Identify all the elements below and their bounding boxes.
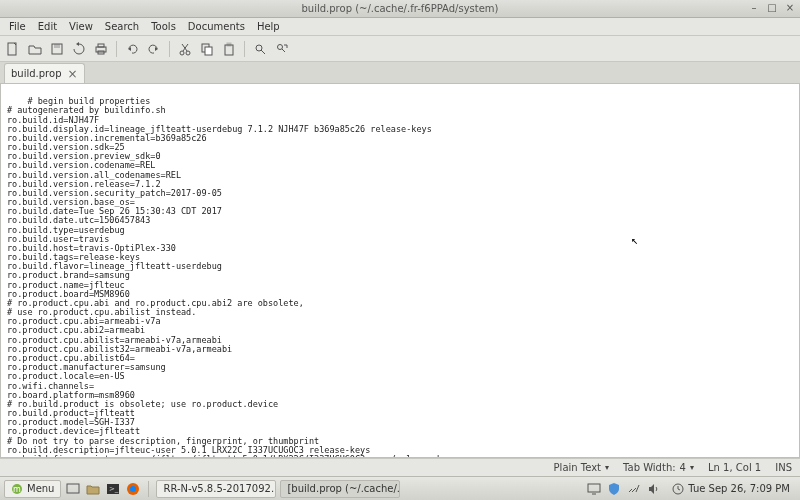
svg-rect-2: [54, 44, 60, 48]
svg-point-6: [180, 51, 184, 55]
copy-icon[interactable]: [198, 40, 216, 58]
task-buildprop[interactable]: [build.prop (~/.cache/.f...: [280, 480, 400, 498]
menu-help[interactable]: Help: [252, 20, 285, 33]
start-menu-button[interactable]: m Menu: [4, 480, 61, 498]
firefox-icon[interactable]: [125, 481, 141, 497]
menu-view[interactable]: View: [64, 20, 98, 33]
minimize-button[interactable]: –: [748, 2, 760, 14]
toolbar-separator: [116, 41, 117, 57]
tab-label: build.prop: [11, 68, 61, 79]
svg-rect-11: [227, 43, 231, 46]
save-icon[interactable]: [48, 40, 66, 58]
menubar: File Edit View Search Tools Documents He…: [0, 18, 800, 36]
editor-area[interactable]: # begin build properties # autogenerated…: [0, 84, 800, 458]
clock[interactable]: Tue Sep 26, 7:09 PM: [666, 483, 796, 495]
task-rr[interactable]: RR-N-v5.8.5-2017092...: [156, 480, 276, 498]
svg-point-20: [130, 486, 136, 492]
redo-icon[interactable]: [145, 40, 163, 58]
menu-edit[interactable]: Edit: [33, 20, 62, 33]
paste-icon[interactable]: [220, 40, 238, 58]
replace-icon[interactable]: [273, 40, 291, 58]
maximize-button[interactable]: □: [766, 2, 778, 14]
svg-text:>_: >_: [109, 485, 119, 493]
tab-buildprop[interactable]: build.prop ×: [4, 63, 85, 83]
mouse-cursor-icon: ↖: [631, 234, 638, 247]
open-icon[interactable]: [26, 40, 44, 58]
status-insert-mode[interactable]: INS: [775, 462, 792, 473]
status-position: Ln 1, Col 1: [708, 462, 761, 473]
svg-point-7: [186, 51, 190, 55]
terminal-icon[interactable]: >_: [105, 481, 121, 497]
svg-rect-4: [98, 44, 104, 47]
toolbar-separator: [244, 41, 245, 57]
toolbar-separator: [169, 41, 170, 57]
svg-rect-0: [8, 43, 16, 55]
menu-search[interactable]: Search: [100, 20, 144, 33]
network-icon[interactable]: [626, 481, 642, 497]
volume-icon[interactable]: [646, 481, 662, 497]
tabbar: build.prop ×: [0, 62, 800, 84]
taskbar-separator: [148, 481, 149, 497]
cut-icon[interactable]: [176, 40, 194, 58]
svg-rect-21: [588, 484, 600, 492]
updates-shield-icon[interactable]: [606, 481, 622, 497]
taskbar: m Menu >_ RR-N-v5.8.5-2017092... [build.…: [0, 476, 800, 500]
clock-icon: [672, 483, 684, 495]
menu-documents[interactable]: Documents: [183, 20, 250, 33]
mint-logo-icon: m: [11, 483, 23, 495]
show-desktop-icon[interactable]: [65, 481, 81, 497]
close-button[interactable]: ×: [784, 2, 796, 14]
print-icon[interactable]: [92, 40, 110, 58]
menu-tools[interactable]: Tools: [146, 20, 181, 33]
status-language[interactable]: Plain Text▾: [554, 462, 609, 473]
find-icon[interactable]: [251, 40, 269, 58]
editor-text: # begin build properties # autogenerated…: [7, 96, 457, 458]
revert-icon[interactable]: [70, 40, 88, 58]
files-icon[interactable]: [85, 481, 101, 497]
tab-close-icon[interactable]: ×: [67, 68, 77, 80]
statusbar: Plain Text▾ Tab Width:4▾ Ln 1, Col 1 INS: [0, 458, 800, 476]
toolbar: [0, 36, 800, 62]
svg-text:m: m: [13, 485, 21, 494]
svg-rect-16: [67, 484, 79, 493]
menu-file[interactable]: File: [4, 20, 31, 33]
window-title: build.prop (~/.cache/.fr-f6PPAd/system): [0, 3, 800, 14]
status-tabwidth[interactable]: Tab Width:4▾: [623, 462, 694, 473]
display-icon[interactable]: [586, 481, 602, 497]
titlebar: build.prop (~/.cache/.fr-f6PPAd/system) …: [0, 0, 800, 18]
svg-rect-9: [205, 47, 212, 55]
undo-icon[interactable]: [123, 40, 141, 58]
new-file-icon[interactable]: [4, 40, 22, 58]
svg-point-13: [278, 44, 283, 49]
